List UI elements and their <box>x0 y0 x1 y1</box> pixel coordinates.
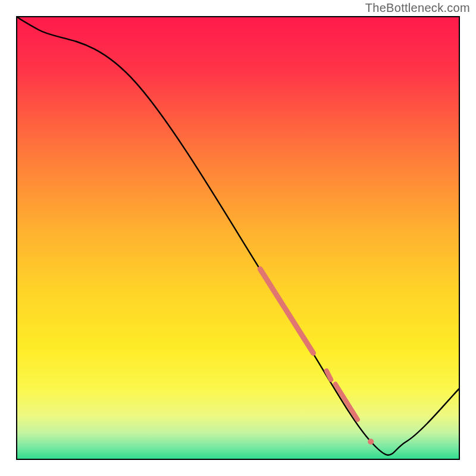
chart-stage: TheBottleneck.com <box>0 0 476 476</box>
chart-svg <box>0 0 476 476</box>
highlight-dot <box>368 439 374 444</box>
plot-background <box>17 17 459 459</box>
watermark-text: TheBottleneck.com <box>365 1 470 15</box>
